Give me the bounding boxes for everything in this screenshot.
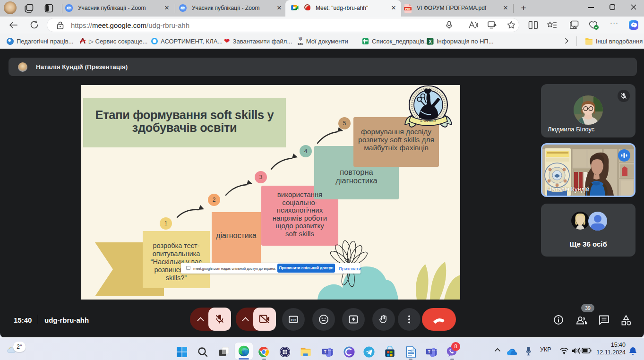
- svg-text:X: X: [429, 39, 432, 44]
- svg-text:2: 2: [213, 197, 216, 203]
- svg-text:м. ЧЕРНІГІВ: м. ЧЕРНІГІВ: [420, 120, 436, 122]
- svg-text:4: 4: [304, 148, 308, 154]
- svg-text:1: 1: [164, 220, 168, 227]
- svg-text:CC: CC: [291, 318, 296, 322]
- svg-text:5: 5: [343, 120, 346, 127]
- svg-text:T: T: [324, 349, 327, 354]
- svg-text:PDF: PDF: [405, 8, 411, 10]
- svg-text:3: 3: [259, 174, 263, 180]
- svg-text:T: T: [428, 349, 431, 354]
